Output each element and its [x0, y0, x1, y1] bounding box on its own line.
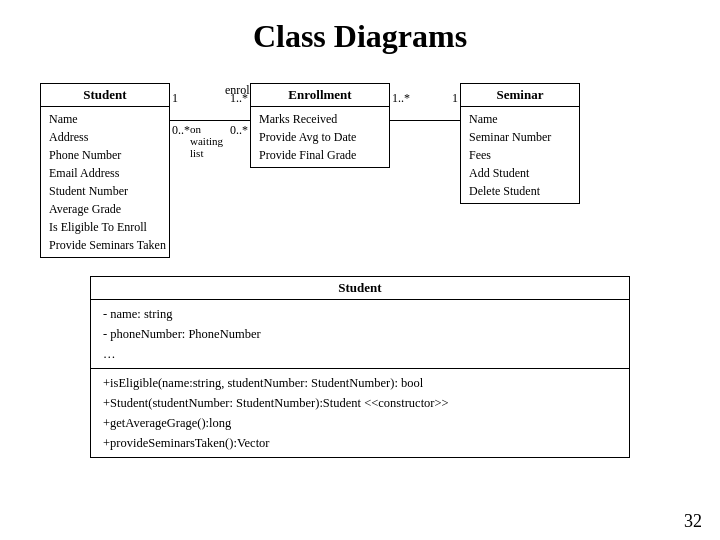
seminar-attr-add: Add Student — [469, 164, 571, 182]
enrollment-box-body: Marks Received Provide Avg to Date Provi… — [251, 107, 389, 167]
student-box-body: Name Address Phone Number Email Address … — [41, 107, 169, 257]
seminar-box: Seminar Name Seminar Number Fees Add Stu… — [460, 83, 580, 204]
lower-method-student: +Student(studentNumber: StudentNumber):S… — [103, 393, 617, 413]
seminar-box-body: Name Seminar Number Fees Add Student Del… — [461, 107, 579, 203]
seminar-attr-delete: Delete Student — [469, 182, 571, 200]
lower-attr-name: - name: string — [103, 304, 617, 324]
mult-top-row: 1 1..* — [170, 91, 250, 106]
seminar-attr-name: Name — [469, 110, 571, 128]
lower-attr-ellipsis: … — [103, 344, 617, 364]
lower-student-box: Student - name: string - phoneNumber: Ph… — [90, 276, 630, 458]
mult-0star-right: 0..* — [230, 123, 248, 159]
seminar-attr-fees: Fees — [469, 146, 571, 164]
page-number: 32 — [684, 511, 702, 532]
enroll-seminar-line — [390, 120, 460, 121]
enroll-attr-marks: Marks Received — [259, 110, 381, 128]
mult-1: 1 — [172, 91, 178, 106]
page-title: Class Diagrams — [0, 0, 720, 65]
attr-email: Email Address — [49, 164, 161, 182]
seminar-attr-number: Seminar Number — [469, 128, 571, 146]
attr-address: Address — [49, 128, 161, 146]
enrollment-box: Enrollment Marks Received Provide Avg to… — [250, 83, 390, 168]
lower-box-methods: +isEligible(name:string, studentNumber: … — [91, 369, 629, 457]
top-line — [170, 120, 250, 121]
seminar-box-title: Seminar — [461, 84, 579, 107]
page: Class Diagrams enrolled Student Name Add… — [0, 0, 720, 540]
student-box: Student Name Address Phone Number Email … — [40, 83, 170, 258]
attr-phone: Phone Number — [49, 146, 161, 164]
waiting-label: on waiting list — [190, 123, 230, 159]
lower-box-attributes: - name: string - phoneNumber: PhoneNumbe… — [91, 300, 629, 369]
mult-0star: 0..* — [172, 123, 190, 159]
lower-box-title: Student — [91, 277, 629, 300]
attr-student-number: Student Number — [49, 182, 161, 200]
attr-eligible: Is Eligible To Enroll — [49, 218, 161, 236]
enrollment-seminar-connector: 1..* 1 — [390, 83, 460, 123]
lower-attr-phone: - phoneNumber: PhoneNumber — [103, 324, 617, 344]
attr-seminars: Provide Seminars Taken — [49, 236, 161, 254]
enroll-attr-avg: Provide Avg to Date — [259, 128, 381, 146]
mult-1star-left: 1..* — [392, 91, 410, 106]
attr-avg-grade: Average Grade — [49, 200, 161, 218]
mult-1star: 1..* — [230, 91, 248, 106]
student-box-title: Student — [41, 84, 169, 107]
enroll-attr-final: Provide Final Grade — [259, 146, 381, 164]
mult-enroll-seminar-row: 1..* 1 — [390, 91, 460, 106]
enrollment-box-title: Enrollment — [251, 84, 389, 107]
student-enrollment-connector: 1 1..* 0..* on waiting list 0..* — [170, 83, 250, 159]
lower-method-avg: +getAverageGrage():long — [103, 413, 617, 433]
mult-1-right: 1 — [452, 91, 458, 106]
mult-bottom-row: 0..* on waiting list 0..* — [170, 123, 250, 159]
lower-method-seminars: +provideSeminarsTaken():Vector — [103, 433, 617, 453]
lower-method-eligible: +isEligible(name:string, studentNumber: … — [103, 373, 617, 393]
attr-name: Name — [49, 110, 161, 128]
